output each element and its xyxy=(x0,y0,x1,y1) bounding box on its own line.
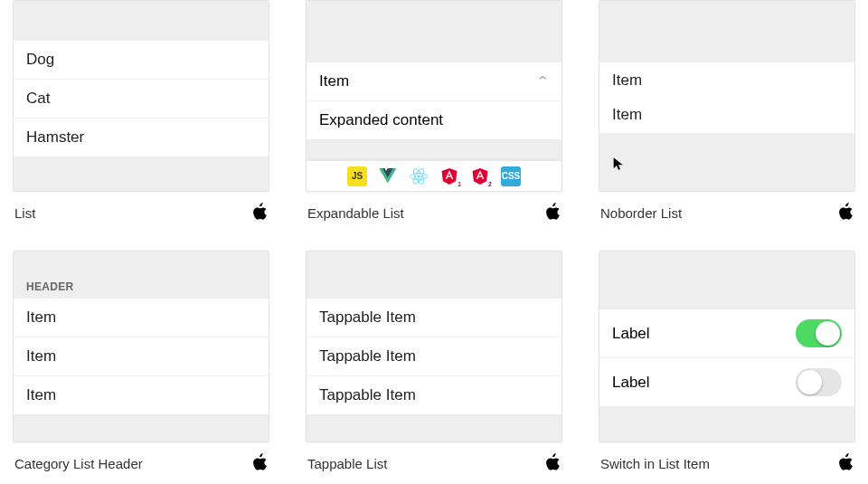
switch-row: Label xyxy=(599,309,854,358)
panel-list: Dog Cat Hamster xyxy=(13,0,269,192)
js-icon[interactable]: JS xyxy=(347,166,367,186)
list-with-header: Item Item Item xyxy=(14,299,269,414)
list-noborder: Item Item xyxy=(599,62,854,133)
panel-category-header: HEADER Item Item Item xyxy=(13,251,269,442)
card-category-header: HEADER Item Item Item Category List Head… xyxy=(13,251,269,474)
panel-expandable: Item ⌃ Expanded content JS CSS xyxy=(306,0,562,192)
angular1-icon[interactable] xyxy=(439,166,459,186)
caption-label: Tappable List xyxy=(307,456,387,471)
css-icon[interactable]: CSS xyxy=(501,166,521,186)
list-item[interactable]: Item xyxy=(599,99,854,133)
caption-label: Category List Header xyxy=(14,456,143,471)
expandable-content: Expanded content xyxy=(307,101,561,139)
svg-point-0 xyxy=(417,175,420,177)
caption-label: List xyxy=(14,205,35,221)
list-item[interactable]: Dog xyxy=(14,41,269,80)
apple-icon xyxy=(838,453,854,474)
angular2-icon[interactable] xyxy=(470,166,490,186)
apple-icon xyxy=(545,203,561,223)
switch-label: Label xyxy=(612,374,650,392)
card-tappable: Tappable Item Tappable Item Tappable Ite… xyxy=(306,251,562,474)
toggle-switch[interactable] xyxy=(796,319,842,347)
list-simple: Dog Cat Hamster xyxy=(14,41,269,157)
cursor-icon xyxy=(611,157,626,171)
switch-row: Label xyxy=(599,358,854,406)
panel-switch: Label Label xyxy=(599,251,855,442)
toggle-switch[interactable] xyxy=(796,368,842,396)
card-expandable: Item ⌃ Expanded content JS CSS Expandabl… xyxy=(306,0,562,223)
tappable-item[interactable]: Tappable Item xyxy=(307,376,561,414)
react-icon[interactable] xyxy=(409,166,429,186)
panel-tappable: Tappable Item Tappable Item Tappable Ite… xyxy=(306,251,562,442)
list-item[interactable]: Item xyxy=(14,376,269,414)
framework-badges: JS CSS xyxy=(307,160,561,191)
chevron-up-icon: ⌃ xyxy=(535,73,551,90)
apple-icon xyxy=(252,453,268,474)
list-item[interactable]: Hamster xyxy=(14,119,269,157)
card-noborder: Item Item Noborder List xyxy=(599,0,855,223)
card-list: Dog Cat Hamster List xyxy=(13,0,269,223)
switch-label: Label xyxy=(612,325,650,343)
caption-label: Switch in List Item xyxy=(600,456,710,471)
caption-label: Expandable List xyxy=(307,205,404,221)
list-tappable: Tappable Item Tappable Item Tappable Ite… xyxy=(307,299,561,414)
expandable-row[interactable]: Item ⌃ xyxy=(307,62,561,101)
list-header: HEADER xyxy=(14,271,269,299)
list-item[interactable]: Item xyxy=(599,62,854,99)
apple-icon xyxy=(838,203,854,223)
apple-icon xyxy=(252,203,268,223)
caption-label: Noborder List xyxy=(600,205,682,221)
vue-icon[interactable] xyxy=(378,166,398,186)
tappable-item[interactable]: Tappable Item xyxy=(307,299,561,337)
list-item[interactable]: Cat xyxy=(14,80,269,119)
apple-icon xyxy=(545,453,561,474)
panel-noborder: Item Item xyxy=(599,0,855,192)
list-item[interactable]: Item xyxy=(14,337,269,376)
tappable-item[interactable]: Tappable Item xyxy=(307,337,561,376)
list-item[interactable]: Item xyxy=(14,299,269,337)
card-switch: Label Label Switch in List Item xyxy=(599,251,855,474)
expandable-row-label: Item xyxy=(319,72,349,90)
